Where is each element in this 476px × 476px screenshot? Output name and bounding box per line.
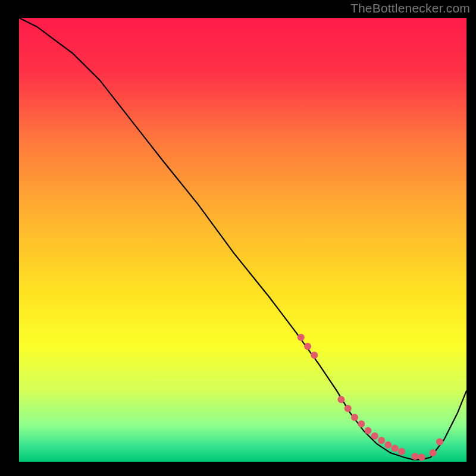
highlight-point bbox=[418, 454, 425, 461]
highlight-point bbox=[436, 438, 443, 445]
highlight-point bbox=[412, 453, 419, 460]
plot-background bbox=[19, 18, 466, 462]
highlight-point bbox=[298, 334, 305, 341]
highlight-point bbox=[378, 437, 385, 444]
attribution-label: TheBottlenecker.com bbox=[350, 1, 470, 15]
highlight-point bbox=[371, 433, 378, 440]
highlight-point bbox=[365, 427, 372, 434]
highlight-point bbox=[384, 441, 392, 449]
highlight-point bbox=[337, 396, 345, 403]
bottleneck-chart bbox=[0, 0, 476, 476]
chart-container: TheBottlenecker.com bbox=[0, 0, 476, 476]
highlight-point bbox=[430, 449, 437, 456]
highlight-point bbox=[345, 405, 352, 412]
highlight-point bbox=[392, 445, 399, 452]
highlight-point bbox=[304, 343, 311, 350]
highlight-point bbox=[311, 352, 318, 359]
highlight-point bbox=[358, 421, 365, 428]
highlight-point bbox=[351, 414, 358, 421]
highlight-point bbox=[398, 448, 405, 455]
